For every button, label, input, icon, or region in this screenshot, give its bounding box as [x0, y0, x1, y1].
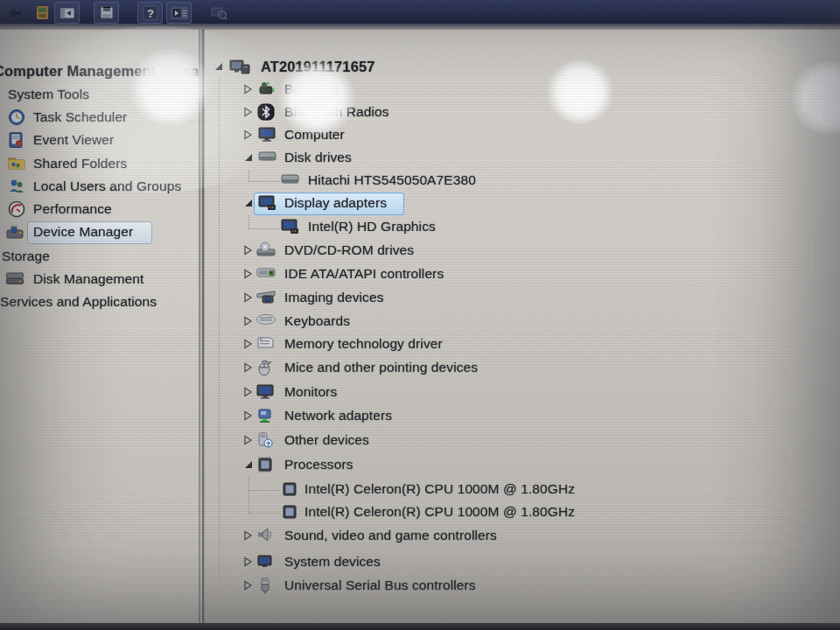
collapsed-arrow-icon[interactable] [243, 130, 254, 140]
scan-hardware-button[interactable] [206, 2, 232, 24]
tree-item-shared-folders[interactable]: Shared Folders [0, 152, 199, 175]
show-hide-console-tree-icon [60, 7, 75, 19]
tree-item-label: Intel(R) Celeron(R) CPU 1000M @ 1.80GHz [304, 478, 575, 500]
tree-item-display-adapters[interactable]: Display adapters [205, 192, 840, 214]
collapsed-arrow-icon[interactable] [243, 410, 254, 421]
tree-item-label: Display adapters [284, 192, 387, 214]
tree-item-label: Local Users and Groups [33, 175, 181, 198]
tree-item-local-users-and-groups[interactable]: Local Users and Groups [0, 175, 199, 198]
collapsed-arrow-icon[interactable] [243, 556, 254, 567]
tree-item-ide-controllers[interactable]: IDE ATA/ATAPI controllers [205, 262, 840, 285]
tree-item-label: Services and Applications [0, 290, 157, 313]
back-arrow-icon [7, 7, 23, 19]
console-tree-pane: Computer Management (Local System Tools … [0, 30, 199, 623]
console-button[interactable] [30, 2, 55, 24]
collapsed-arrow-icon[interactable] [243, 580, 254, 591]
tree-item-system-tools[interactable]: System Tools [0, 83, 199, 106]
tree-item-usb-controllers[interactable]: Universal Serial Bus controllers [205, 574, 840, 597]
tree-item-task-scheduler[interactable]: Task Scheduler [0, 106, 199, 129]
tree-item-cpu-1[interactable]: Intel(R) Celeron(R) CPU 1000M @ 1.80GHz [205, 500, 840, 523]
back-button[interactable] [2, 2, 27, 24]
usb-icon [257, 577, 276, 594]
tree-item-label: Event Viewer [33, 129, 114, 151]
tree-item-memory-technology-driver[interactable]: Memory technology driver [205, 332, 840, 355]
show-hide-action-pane-button[interactable] [166, 2, 192, 24]
help-button[interactable]: ? [137, 2, 163, 24]
tree-item-label: Other devices [284, 429, 369, 452]
unknown-device-icon: ? [256, 431, 275, 449]
imaging-device-icon [256, 289, 275, 306]
tree-item-intel-hd-graphics[interactable]: Intel(R) HD Graphics [205, 215, 840, 238]
tree-item-imaging-devices[interactable]: Imaging devices [205, 286, 840, 309]
tree-item-services-and-applications[interactable]: Services and Applications [0, 290, 199, 313]
speaker-icon [256, 527, 275, 544]
tree-item-label: Intel(R) HD Graphics [308, 215, 436, 238]
computer-management-window: ? [0, 0, 840, 630]
tree-item-processors[interactable]: Processors [205, 453, 840, 476]
tree-item-label: Bluetooth Radios [284, 101, 389, 123]
shared-folders-icon [8, 155, 27, 172]
tree-item-disk-management[interactable]: Disk Management [0, 268, 199, 290]
collapsed-arrow-icon[interactable] [243, 387, 254, 397]
tree-item-label: Task Scheduler [33, 106, 127, 129]
dvd-drive-icon [256, 242, 275, 259]
pane-divider[interactable] [199, 30, 205, 623]
export-list-button[interactable] [94, 2, 119, 24]
export-list-icon [100, 6, 114, 19]
tree-item-storage[interactable]: Storage [0, 245, 199, 268]
tree-item-label: Computer [284, 123, 345, 146]
tree-item-computer-management[interactable]: Computer Management (Local [0, 60, 199, 82]
tree-item-label: Device Manager [33, 220, 133, 243]
monitor-icon [257, 126, 276, 144]
tree-item-label: Hitachi HTS545050A7E380 [308, 169, 476, 192]
device-manager-icon [5, 223, 24, 241]
mouse-icon [256, 359, 275, 376]
tree-item-monitors[interactable]: Monitors [205, 381, 840, 403]
tree-item-label: Shared Folders [33, 152, 127, 175]
help-icon: ? [143, 5, 158, 21]
collapsed-arrow-icon[interactable] [243, 269, 254, 279]
tree-item-keyboards[interactable]: Keyboards [205, 310, 840, 332]
processor-icon [280, 480, 299, 498]
disk-drive-icon [280, 172, 299, 189]
collapsed-arrow-icon[interactable] [243, 362, 254, 373]
collapsed-arrow-icon[interactable] [243, 107, 254, 117]
tree-item-event-viewer[interactable]: Event Viewer [0, 129, 199, 151]
tree-item-label: AT201911171657 [261, 55, 374, 78]
expanded-arrow-icon[interactable] [243, 198, 254, 208]
collapsed-arrow-icon[interactable] [243, 435, 254, 445]
collapsed-arrow-icon[interactable] [243, 84, 254, 94]
expanded-arrow-icon[interactable] [243, 152, 254, 163]
collapsed-arrow-icon[interactable] [243, 339, 254, 349]
tree-item-hitachi-disk[interactable]: Hitachi HTS545050A7E380 [205, 169, 840, 192]
show-hide-console-tree-button[interactable] [54, 2, 80, 24]
expanded-arrow-icon[interactable] [243, 459, 254, 470]
tree-item-device-manager[interactable]: Device Manager [0, 220, 199, 243]
tree-item-cpu-0[interactable]: Intel(R) Celeron(R) CPU 1000M @ 1.80GHz [205, 478, 840, 500]
performance-icon [8, 200, 27, 218]
tree-item-root-computer[interactable]: AT201911171657 [205, 55, 840, 78]
tree-item-sound-controllers[interactable]: Sound, video and game controllers [205, 524, 840, 547]
collapsed-arrow-icon[interactable] [243, 316, 254, 326]
expanded-arrow-icon[interactable] [214, 61, 224, 72]
collapsed-arrow-icon[interactable] [243, 245, 254, 256]
tree-item-other-devices[interactable]: ? Other devices [205, 429, 840, 452]
tree-item-label: Storage [2, 245, 50, 268]
collapsed-arrow-icon[interactable] [243, 292, 254, 303]
tree-item-computer[interactable]: Computer [205, 123, 840, 146]
tree-item-dvd-cd-rom-drives[interactable]: DVD/CD-ROM drives [205, 239, 840, 262]
disk-drive-icon [257, 149, 276, 166]
collapsed-arrow-icon[interactable] [243, 530, 254, 541]
tree-item-disk-drives[interactable]: Disk drives [205, 146, 840, 169]
tree-item-label: Disk Management [33, 268, 144, 290]
tree-item-bluetooth-radios[interactable]: Bluetooth Radios [205, 101, 840, 123]
network-adapter-icon [256, 407, 275, 424]
users-icon [8, 178, 27, 195]
tree-item-label: Mice and other pointing devices [284, 356, 478, 379]
tree-item-label: Keyboards [284, 310, 350, 332]
tree-item-batteries[interactable]: Batteries [205, 78, 840, 101]
tree-item-system-devices[interactable]: System devices [205, 550, 840, 573]
tree-item-network-adapters[interactable]: Network adapters [205, 404, 840, 427]
tree-item-performance[interactable]: Performance [0, 198, 199, 220]
tree-item-mice[interactable]: Mice and other pointing devices [205, 356, 840, 379]
